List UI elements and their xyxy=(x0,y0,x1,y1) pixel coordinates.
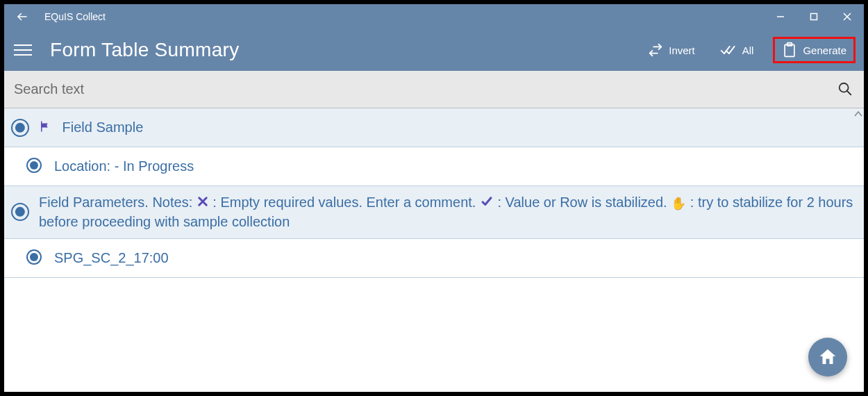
row-content: SPG_SC_2_17:00 xyxy=(54,249,857,267)
back-arrow-icon xyxy=(16,10,28,23)
scroll-up-hint xyxy=(854,110,862,119)
app-actions: Invert All Generate xyxy=(642,37,856,63)
list-item[interactable]: SPG_SC_2_17:00 xyxy=(4,239,864,278)
row-label: Field Sample xyxy=(62,119,144,135)
clipboard-icon xyxy=(782,42,797,58)
app-window: EQuIS Collect Form Table Summary Invert … xyxy=(0,0,868,396)
generate-label: Generate xyxy=(803,44,846,56)
list-item[interactable]: Location: - In Progress xyxy=(4,147,864,186)
form-list: Field Sample Location: - In Progress Fie… xyxy=(4,108,864,278)
row-status: - In Progress xyxy=(115,158,194,174)
row-label-prefix: Location: xyxy=(54,158,115,174)
notes-prefix: Field Parameters. Notes: xyxy=(39,195,197,210)
all-label: All xyxy=(742,44,754,56)
raised-hand-icon: ✋ xyxy=(671,195,686,212)
row-content: Field Parameters. Notes: : Empty require… xyxy=(39,193,857,231)
notes-seg1: : Empty required values. Enter a comment… xyxy=(212,195,480,210)
radio-button[interactable] xyxy=(11,119,29,137)
page-title: Form Table Summary xyxy=(50,39,642,61)
list-item[interactable]: Field Parameters. Notes: : Empty require… xyxy=(4,186,864,239)
chevron-up-icon xyxy=(854,110,862,117)
flag-icon xyxy=(39,120,51,137)
back-button[interactable] xyxy=(4,10,40,23)
hamburger-icon xyxy=(14,44,32,46)
generate-button[interactable]: Generate xyxy=(773,37,856,63)
maximize-icon xyxy=(810,13,818,21)
notes-seg2: : Value or Row is stabilized. xyxy=(497,195,671,210)
svg-line-10 xyxy=(847,90,851,94)
app-title: EQuIS Collect xyxy=(40,11,106,22)
swap-icon xyxy=(648,42,663,58)
all-button[interactable]: All xyxy=(715,38,760,62)
menu-button[interactable] xyxy=(14,39,36,61)
row-label: SPG_SC_2_17:00 xyxy=(54,250,169,265)
svg-rect-2 xyxy=(811,14,817,20)
radio-button[interactable] xyxy=(26,158,42,173)
radio-button[interactable] xyxy=(26,249,42,265)
app-bar: Form Table Summary Invert All Generate xyxy=(4,29,864,71)
minimize-icon xyxy=(776,13,785,21)
invert-label: Invert xyxy=(669,44,695,56)
search-button[interactable] xyxy=(837,81,854,98)
list-item[interactable]: Field Sample xyxy=(4,108,864,147)
search-icon xyxy=(837,81,853,97)
close-icon xyxy=(843,13,851,21)
search-input[interactable] xyxy=(14,81,837,97)
row-content: Field Sample xyxy=(39,118,857,137)
title-bar: EQuIS Collect xyxy=(4,4,864,29)
home-icon xyxy=(817,347,838,368)
double-check-icon xyxy=(720,42,737,58)
window-maximize-button[interactable] xyxy=(797,4,831,29)
row-content: Location: - In Progress xyxy=(54,157,857,176)
search-bar xyxy=(4,71,864,108)
window-minimize-button[interactable] xyxy=(764,4,797,29)
invert-button[interactable]: Invert xyxy=(642,38,701,62)
window-close-button[interactable] xyxy=(831,4,864,29)
check-mark-icon xyxy=(480,194,494,213)
radio-button[interactable] xyxy=(11,203,29,221)
x-mark-icon xyxy=(197,194,209,213)
home-fab[interactable] xyxy=(808,338,847,377)
